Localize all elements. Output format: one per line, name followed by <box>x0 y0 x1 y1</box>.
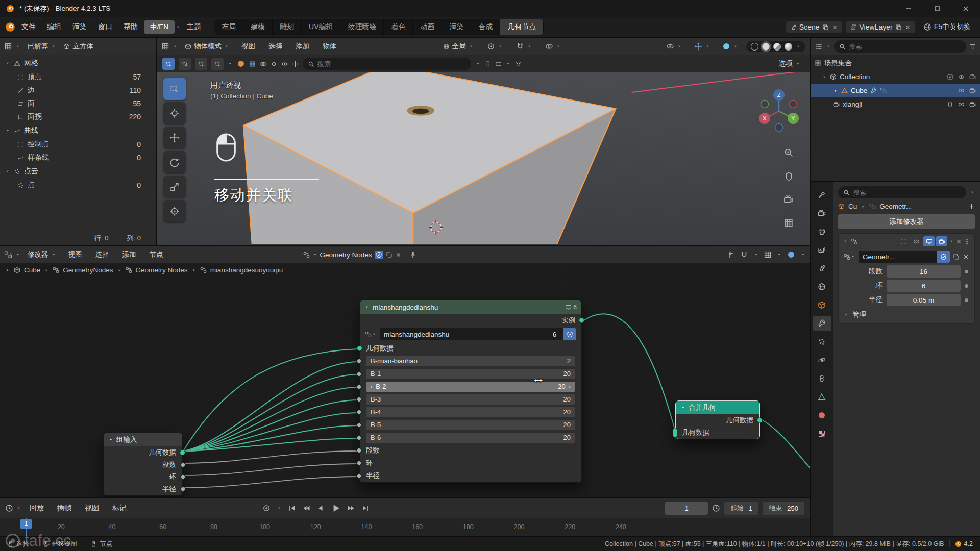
bookmark-icon[interactable] <box>484 61 491 67</box>
shading-solid-button[interactable] <box>762 43 770 51</box>
checkbox-icon[interactable] <box>947 73 953 80</box>
chevron-down-icon[interactable] <box>16 506 21 511</box>
shading-wireframe-button[interactable] <box>751 43 758 51</box>
shading-rendered-button[interactable] <box>785 43 792 51</box>
tab-geometry-nodes[interactable]: 几何节点 <box>500 19 544 35</box>
outliner-item-collection[interactable]: Collection <box>811 70 980 84</box>
manage-section[interactable]: 管理 <box>839 307 974 319</box>
prev-keyframe-button[interactable] <box>302 504 310 512</box>
minimize-button[interactable] <box>894 0 923 17</box>
menu-help[interactable]: 帮助 <box>118 20 143 34</box>
chevron-down-icon[interactable] <box>372 332 377 337</box>
chevron-down-icon[interactable] <box>949 239 954 244</box>
tree-row-corners[interactable]: 面拐 220 <box>0 110 156 123</box>
viewport-editor-icon[interactable] <box>161 42 169 51</box>
node-context-select[interactable]: 修改器 <box>23 248 60 261</box>
tree-group-curve[interactable]: 曲线 <box>0 123 156 138</box>
chevron-down-icon[interactable] <box>826 44 831 49</box>
value-slider[interactable]: B-4 20 <box>366 407 575 417</box>
chevron-down-icon[interactable] <box>822 74 827 80</box>
modifier-name-field[interactable]: Geometr... <box>859 251 937 263</box>
timeline-menu-view[interactable]: 视图 <box>80 502 104 515</box>
close-icon[interactable] <box>904 24 911 31</box>
select-box-tool[interactable] <box>163 78 186 100</box>
outliner-editor-icon[interactable] <box>815 42 823 51</box>
node-tree-name-field[interactable]: mianshangdedianshu <box>380 328 546 340</box>
filter-icon[interactable] <box>969 43 976 50</box>
close-icon[interactable] <box>395 252 402 258</box>
gizmos-dropdown[interactable] <box>690 41 714 52</box>
menu-file[interactable]: 文件 <box>16 20 41 34</box>
tree-row-splines[interactable]: 样条线 0 <box>0 151 156 164</box>
node-editor-icon[interactable] <box>4 251 12 259</box>
field-value[interactable]: 0.05 m <box>887 294 961 306</box>
outliner-item-xiangji[interactable]: xiangji <box>811 97 980 111</box>
shading-option-icon[interactable] <box>271 61 277 67</box>
tab-sculpting[interactable]: 雕刻 <box>273 19 302 35</box>
slider-increase-icon[interactable]: › <box>569 383 571 390</box>
chevron-down-icon[interactable] <box>970 190 975 195</box>
field-value[interactable]: 16 <box>887 265 961 278</box>
shading-option-icon[interactable] <box>281 61 288 67</box>
scene-selector[interactable]: Scene <box>786 21 842 33</box>
collapse-icon[interactable] <box>680 405 685 410</box>
maximize-button[interactable] <box>923 0 951 17</box>
tab-world[interactable] <box>813 279 831 294</box>
visibility-dropdown[interactable] <box>662 41 686 52</box>
shading-material-button[interactable] <box>773 43 781 51</box>
list-icon[interactable] <box>495 61 502 67</box>
parent-tree-icon[interactable] <box>727 251 735 259</box>
tab-rendering[interactable]: 渲染 <box>442 19 471 35</box>
output-socket[interactable] <box>180 450 185 456</box>
proportional-edit-toggle[interactable] <box>541 41 565 52</box>
chevron-down-icon[interactable] <box>228 61 233 66</box>
node-header[interactable]: mianshangdedianshu 6 <box>360 300 581 314</box>
viewport-menu-select[interactable]: 选择 <box>263 40 287 53</box>
matcap-sphere-icon[interactable] <box>237 60 245 68</box>
tree-row-vertices[interactable]: 顶点 57 <box>0 70 156 84</box>
tab-tool[interactable] <box>813 187 831 202</box>
close-button[interactable] <box>951 0 980 17</box>
field-value[interactable]: 6 <box>887 280 961 292</box>
breadcrumb-item[interactable]: GeometryNodes <box>63 266 113 274</box>
menu-window[interactable]: 窗口 <box>93 20 117 34</box>
value-slider[interactable]: B-mian-bianhao 2 <box>366 356 575 366</box>
next-keyframe-button[interactable] <box>347 504 355 512</box>
scale-tool[interactable] <box>163 176 186 198</box>
select-mode-subtract-button[interactable] <box>195 58 207 70</box>
node-header[interactable]: 组输入 <box>104 433 182 446</box>
node-menu-add[interactable]: 添加 <box>117 248 141 261</box>
play-button[interactable] <box>331 503 341 513</box>
collapse-icon[interactable] <box>108 437 113 442</box>
tab-texture[interactable] <box>813 426 831 441</box>
multi-input-socket[interactable] <box>673 428 677 438</box>
tab-physics[interactable] <box>813 353 831 367</box>
pin-icon[interactable] <box>409 251 417 259</box>
end-frame-field[interactable]: 结束 250 <box>763 502 804 515</box>
chevron-down-icon[interactable] <box>176 24 181 30</box>
node-header[interactable]: 合并几何 <box>676 401 760 414</box>
copy-icon[interactable] <box>953 254 960 260</box>
node-mianshangdedianshu[interactable]: mianshangdedianshu 6 实例 <box>359 300 582 483</box>
tree-row-points[interactable]: 点 0 <box>0 179 156 192</box>
shading-option-icon[interactable] <box>260 61 266 67</box>
breadcrumb-data[interactable]: Geometr... <box>879 203 912 210</box>
shading-option-icon[interactable] <box>249 61 256 67</box>
value-slider[interactable]: B-3 20 <box>366 394 575 405</box>
overlay-toggle-icon[interactable] <box>764 251 772 259</box>
menu-edit[interactable]: 编辑 <box>42 20 66 34</box>
language-switch-button[interactable]: F5中英切换 <box>919 21 975 33</box>
animate-dot-icon[interactable] <box>965 298 968 302</box>
outliner-item-scene-collection[interactable]: 场景集合 <box>811 56 980 70</box>
slider-decrease-icon[interactable]: ‹ <box>371 383 373 390</box>
tab-modifiers[interactable] <box>813 316 831 331</box>
tab-uv-editing[interactable]: UV编辑 <box>302 19 340 35</box>
timeline-ruler[interactable]: 20 40 60 80 100 120 140 160 180 200 220 … <box>0 518 810 536</box>
pivot-point-select[interactable] <box>483 41 507 52</box>
breadcrumb-item[interactable]: Cube <box>24 266 40 274</box>
jump-to-start-button[interactable] <box>288 504 296 512</box>
tree-group-mesh[interactable]: 网格 <box>0 56 156 70</box>
chevron-right-icon[interactable] <box>833 88 838 93</box>
shading-option-icon[interactable] <box>292 61 299 67</box>
chevron-down-icon[interactable] <box>753 252 758 257</box>
